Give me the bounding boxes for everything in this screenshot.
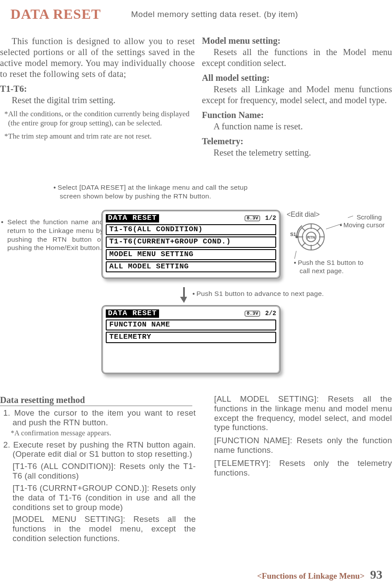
desc-t1t6-group: [T1-T6 (CURRNT+GROUP COND.)]: Resets onl…	[0, 483, 196, 512]
rtn-label: RTN	[307, 235, 316, 240]
lcd1-title: DATA RESET	[106, 214, 159, 222]
lcd2-page: 2/2	[265, 310, 276, 317]
lcd1-row-3[interactable]: MODEL MENU SETTING	[106, 249, 276, 260]
pointer-line-icon	[326, 223, 343, 233]
scrolling-text: Scrolling	[357, 213, 382, 221]
bullet-icon	[192, 290, 196, 297]
function-name-body: A function name is reset.	[202, 121, 392, 132]
step-1: 1. Move the cursor to the item you want …	[0, 408, 196, 427]
model-menu-body: Resets all the functions in the Model me…	[202, 47, 392, 69]
heading-telemetry: Telemetry:	[202, 136, 392, 146]
arrow-down-icon	[180, 287, 188, 303]
desc-model-menu-setting: [MODEL MENU SETTING]: Resets all the fun…	[0, 514, 196, 543]
right-notes: [ALL MODEL SETTING]: Resets all the func…	[214, 394, 392, 481]
step-2: 2. Execute reset by pushing the RTN butt…	[0, 440, 196, 459]
lcd2-title: DATA RESET	[106, 309, 159, 318]
page-subtitle: Model memory setting data reset. (by ite…	[131, 10, 298, 19]
battery-icon: 8.3V	[245, 215, 260, 221]
lcd2-row-1[interactable]: FUNCTION NAME	[106, 320, 276, 330]
lcd1-title-row: DATA RESET 8.3V 1/2	[106, 213, 276, 223]
telemetry-body: Reset the telemetry setting.	[202, 147, 392, 158]
pointer-line-icon	[348, 215, 357, 220]
lcd1-row-1[interactable]: T1-T6(ALL CONDITION)	[106, 224, 276, 235]
heading-model-menu: Model menu setting:	[202, 36, 392, 46]
svg-line-9	[302, 243, 305, 246]
step-1-note: *A confirmation message appears.	[11, 429, 196, 438]
intro-right-column: Model menu setting: Resets all the funct…	[202, 36, 392, 158]
svg-line-8	[317, 243, 320, 246]
annot-left-text: Select the function name and return to t…	[7, 218, 104, 251]
lcd1-row-4[interactable]: ALL MODEL SETTING	[106, 261, 276, 272]
lcd2-title-row: DATA RESET 8.3V 2/2	[106, 309, 276, 318]
annot-s1-note: Push the S1 button to call next page.	[294, 258, 370, 275]
page-number: 93	[370, 568, 382, 581]
bullet-icon	[1, 218, 7, 226]
t1t6-body: Reset the digital trim setting.	[0, 95, 195, 106]
page-header: DATA RESET Model memory setting data res…	[0, 0, 392, 9]
all-model-body: Resets all Linkage and Model menu functi…	[202, 84, 392, 106]
lcd1-battery: 8.3V	[245, 215, 260, 222]
svg-point-11	[295, 236, 298, 238]
heading-function-name: Function Name:	[202, 110, 392, 120]
svg-line-7	[302, 228, 305, 231]
footer-section: <Functions of Linkage Menu>	[257, 571, 364, 580]
annot-left: Select the function name and return to t…	[1, 218, 104, 252]
annot-between-screens: Push S1 button to advance to next page.	[192, 289, 347, 298]
method-body: 1. Move the cursor to the item you want …	[0, 408, 196, 546]
bullet-icon	[53, 184, 58, 191]
t1t6-note-1: *All the conditions, or the condition cu…	[4, 109, 195, 128]
edit-dial-group: <Edit dial> Scrolling Moving cursor S1	[291, 211, 383, 285]
intro-columns: This function is designed to allow you t…	[0, 36, 392, 158]
lcd2-battery: 8.3V	[245, 310, 260, 317]
desc-telemetry: [TELEMETRY]: Resets only the telemetry f…	[214, 458, 392, 478]
intro-paragraph: This function is designed to allow you t…	[0, 36, 195, 80]
page: DATA RESET Model memory setting data res…	[0, 0, 392, 587]
page-footer: <Functions of Linkage Menu> 93	[257, 568, 382, 582]
lcd-screen-2: DATA RESET 8.3V 2/2 FUNCTION NAME TELEME…	[101, 305, 281, 374]
caption-moving-cursor: Moving cursor	[340, 221, 385, 229]
heading-all-model: All model setting:	[202, 73, 392, 83]
desc-all-model-setting: [ALL MODEL SETTING]: Resets all the func…	[214, 394, 392, 432]
lcd1-page: 1/2	[265, 215, 276, 222]
desc-function-name: [FUNCTION NAME]: Resets only the functio…	[214, 436, 392, 455]
annot-top-text: Select [DATA RESET] at the linkage menu …	[58, 184, 248, 200]
page-title: DATA RESET	[10, 6, 101, 22]
moving-cursor-text: Moving cursor	[343, 221, 385, 229]
heading-t1t6: T1-T6:	[0, 84, 195, 94]
intro-left-column: This function is designed to allow you t…	[0, 36, 195, 158]
heading-data-resetting-method: Data resetting method	[0, 395, 192, 406]
edit-dial-icon: RTN	[295, 221, 327, 253]
s1-note-text: Push the S1 button to call next page.	[298, 259, 364, 274]
lcd2-row-2[interactable]: TELEMETRY	[106, 332, 276, 343]
svg-line-10	[317, 228, 320, 231]
bullet-icon	[294, 259, 298, 266]
caption-scrolling: Scrolling	[348, 213, 382, 221]
desc-t1t6-all: [T1-T6 (ALL CONDITION)]: Resets only the…	[0, 462, 196, 481]
edit-dial-label: <Edit dial>	[287, 211, 320, 219]
lcd1-row-2[interactable]: T1-T6(CURRENT+GROUP COND.)	[106, 236, 276, 247]
t1t6-note-2: *The trim step amount and trim rate are …	[4, 132, 195, 141]
annot-top-center: Select [DATA RESET] at the linkage menu …	[53, 183, 248, 201]
battery-icon: 8.3V	[245, 311, 260, 316]
annot-between-text: Push S1 button to advance to next page.	[196, 290, 324, 297]
lcd-screen-1: DATA RESET 8.3V 1/2 T1-T6(ALL CONDITION)…	[101, 210, 281, 279]
